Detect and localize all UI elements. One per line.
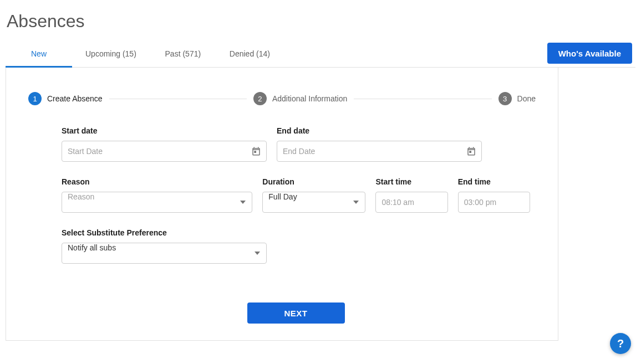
start-time-label: Start time — [375, 177, 447, 186]
end-time-group: End time — [458, 177, 530, 213]
step-line — [109, 99, 247, 99]
substitute-select[interactable]: Notify all subs — [62, 243, 267, 264]
end-time-input[interactable] — [458, 192, 530, 213]
whos-available-button[interactable]: Who's Available — [547, 43, 632, 64]
start-time-input[interactable] — [375, 192, 447, 213]
tab-upcoming[interactable]: Upcoming (15) — [72, 43, 150, 67]
create-absence-form: Start date End date Reason — [28, 126, 536, 324]
duration-group: Duration Full Day — [262, 177, 365, 213]
tab-past[interactable]: Past (571) — [150, 43, 216, 67]
stepper: 1 Create Absence 2 Additional Informatio… — [28, 92, 536, 105]
tabs: New Upcoming (15) Past (571) Denied (14) — [6, 43, 547, 67]
start-time-group: Start time — [375, 177, 447, 213]
duration-label: Duration — [262, 177, 365, 186]
form-card: 1 Create Absence 2 Additional Informatio… — [6, 68, 558, 341]
start-date-input[interactable] — [62, 141, 267, 162]
page-title: Absences — [7, 11, 635, 32]
step-label: Done — [517, 94, 536, 103]
step-done: 3 Done — [498, 92, 536, 105]
step-number: 2 — [253, 92, 267, 105]
step-label: Create Absence — [47, 94, 103, 103]
substitute-group: Select Substitute Preference Notify all … — [62, 228, 267, 264]
step-create-absence: 1 Create Absence — [28, 92, 103, 105]
end-date-label: End date — [277, 126, 482, 135]
next-button[interactable]: NEXT — [247, 303, 345, 324]
tab-new[interactable]: New — [6, 43, 72, 67]
reason-label: Reason — [62, 177, 252, 186]
step-number: 3 — [498, 92, 512, 105]
step-label: Additional Information — [272, 94, 347, 103]
step-number: 1 — [28, 92, 42, 105]
end-date-group: End date — [277, 126, 482, 162]
tabs-row: New Upcoming (15) Past (571) Denied (14)… — [6, 43, 635, 68]
end-date-input[interactable] — [277, 141, 482, 162]
reason-select[interactable]: Reason — [62, 192, 252, 213]
start-date-label: Start date — [62, 126, 267, 135]
step-line — [354, 99, 491, 99]
substitute-label: Select Substitute Preference — [62, 228, 267, 237]
tab-denied[interactable]: Denied (14) — [216, 43, 283, 67]
duration-select[interactable]: Full Day — [262, 192, 365, 213]
reason-group: Reason Reason — [62, 177, 252, 213]
end-time-label: End time — [458, 177, 530, 186]
start-date-group: Start date — [62, 126, 267, 162]
step-additional-info: 2 Additional Information — [253, 92, 347, 105]
